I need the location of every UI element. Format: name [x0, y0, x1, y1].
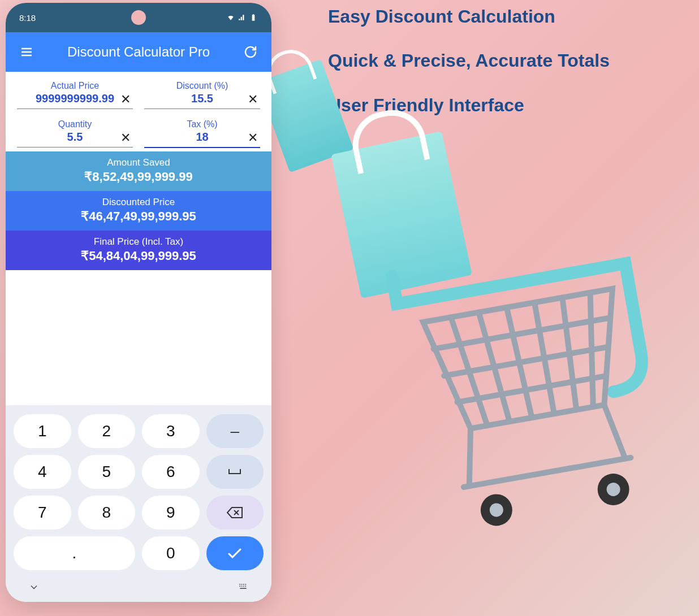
final-price-row: Final Price (Incl. Tax) ₹54,84,04,99,999… [6, 231, 271, 270]
key-0[interactable]: 0 [142, 536, 200, 570]
key-6[interactable]: 6 [142, 455, 200, 489]
inputs-grid: Actual Price 9999999999.99 ✕ Discount (%… [6, 72, 271, 151]
key-5[interactable]: 5 [78, 455, 136, 489]
tax-value: 18 [144, 131, 260, 146]
android-nav-bar [6, 575, 271, 602]
svg-point-24 [241, 585, 243, 587]
svg-rect-27 [240, 588, 247, 589]
discount-label: Discount (%) [144, 81, 260, 91]
camera-hole [131, 10, 146, 25]
svg-point-25 [243, 585, 244, 587]
quantity-value: 5.5 [17, 131, 133, 146]
svg-line-4 [556, 297, 582, 410]
svg-point-20 [241, 584, 243, 585]
svg-line-2 [507, 306, 532, 419]
discount-field[interactable]: Discount (%) 15.5 ✕ [139, 74, 266, 112]
key-minus[interactable]: – [206, 414, 264, 448]
actual-price-label: Actual Price [17, 81, 133, 91]
key-7[interactable]: 7 [14, 496, 71, 530]
svg-line-5 [573, 293, 610, 407]
svg-line-8 [458, 376, 604, 402]
marketing-line-1: Easy Discount Calculation [328, 6, 682, 27]
app-title: Discount Calculator Pro [36, 44, 241, 60]
clear-actual-price[interactable]: ✕ [120, 92, 131, 107]
discounted-price-value: ₹46,47,49,99,999.95 [6, 209, 271, 224]
svg-line-9 [464, 458, 631, 487]
svg-point-13 [606, 481, 622, 497]
final-price-label: Final Price (Incl. Tax) [6, 236, 271, 248]
key-3[interactable]: 3 [142, 414, 200, 448]
clear-tax[interactable]: ✕ [248, 131, 258, 145]
shopping-bag-icon [331, 131, 472, 298]
quantity-label: Quantity [17, 119, 133, 129]
actual-price-field[interactable]: Actual Price 9999999999.99 ✕ [11, 74, 139, 112]
svg-point-11 [489, 502, 504, 518]
signal-icon [238, 14, 247, 21]
status-icons [226, 14, 258, 21]
key-8[interactable]: 8 [78, 496, 136, 530]
svg-point-21 [243, 584, 244, 585]
marketing-line-2: Quick & Precise, Accurate Totals [328, 50, 682, 71]
key-2[interactable]: 2 [78, 414, 136, 448]
phone-frame: 8:18 Discount Calculator Pro Actual Pric… [6, 3, 271, 602]
hamburger-icon [20, 45, 33, 59]
key-backspace[interactable] [206, 496, 264, 530]
svg-line-6 [434, 318, 609, 349]
svg-line-0 [451, 314, 487, 428]
svg-point-26 [245, 585, 246, 587]
discounted-price-row: Discounted Price ₹46,47,49,99,999.95 [6, 191, 271, 231]
svg-point-12 [595, 471, 632, 508]
final-price-value: ₹54,84,04,99,999.95 [6, 249, 271, 263]
key-1[interactable]: 1 [14, 414, 71, 448]
key-dot[interactable]: . [14, 536, 135, 570]
actual-price-value: 9999999999.99 [17, 92, 133, 107]
amount-saved-row: Amount Saved ₹8,52,49,99,999.99 [6, 151, 271, 191]
status-time: 8:18 [19, 13, 36, 23]
menu-button[interactable] [17, 42, 36, 62]
status-bar: 8:18 [6, 3, 271, 32]
content-spacer [6, 270, 271, 405]
svg-line-1 [479, 310, 510, 423]
app-bar: Discount Calculator Pro [6, 32, 271, 72]
svg-point-10 [478, 492, 515, 528]
battery-icon [249, 14, 258, 21]
amount-saved-value: ₹8,52,49,99,999.99 [6, 170, 271, 184]
chevron-down-icon [28, 582, 40, 593]
discounted-price-label: Discounted Price [6, 197, 271, 208]
svg-point-22 [245, 584, 246, 585]
svg-line-7 [444, 348, 606, 376]
svg-line-3 [534, 302, 554, 414]
nav-collapse[interactable] [28, 582, 40, 595]
svg-point-23 [239, 585, 240, 587]
tax-field[interactable]: Tax (%) 18 ✕ [139, 112, 266, 151]
backspace-icon [226, 506, 243, 519]
wifi-icon [226, 14, 235, 21]
refresh-button[interactable] [241, 42, 260, 62]
marketing-line-3: User Friendly Interface [328, 94, 682, 116]
numeric-keypad: 1 2 3 – 4 5 6 7 8 9 . 0 [6, 405, 271, 575]
marketing-text: Easy Discount Calculation Quick & Precis… [328, 6, 682, 138]
shopping-cart-icon [366, 216, 685, 552]
amount-saved-label: Amount Saved [6, 157, 271, 168]
clear-quantity[interactable]: ✕ [120, 131, 131, 145]
svg-point-19 [239, 584, 240, 585]
key-enter[interactable] [206, 536, 264, 570]
refresh-icon [244, 45, 257, 59]
space-icon [227, 467, 243, 477]
key-4[interactable]: 4 [14, 455, 71, 489]
check-icon [227, 548, 242, 559]
clear-discount[interactable]: ✕ [248, 92, 258, 107]
quantity-field[interactable]: Quantity 5.5 ✕ [11, 112, 139, 151]
discount-value: 15.5 [144, 92, 260, 107]
key-space[interactable] [206, 455, 264, 489]
tax-label: Tax (%) [144, 119, 260, 129]
keyboard-icon [238, 582, 249, 593]
nav-keyboard-switch[interactable] [238, 582, 249, 595]
key-9[interactable]: 9 [142, 496, 200, 530]
